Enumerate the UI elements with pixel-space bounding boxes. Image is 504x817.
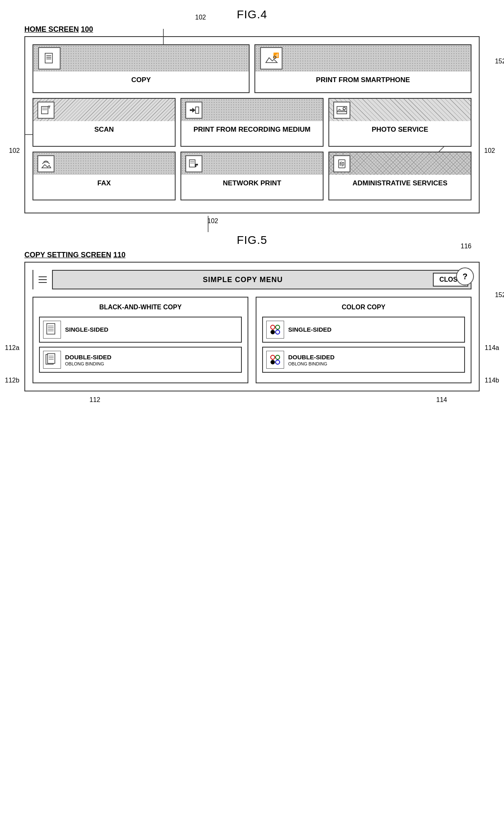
annotation-102-left: 102 [9,147,20,154]
color-copy-box: COLOR COPY SINGLE-SIDED [256,297,471,383]
bw-single-sided-icon [43,321,61,339]
fax-icon [40,158,52,169]
mid-tile-row: SCAN PRINT FROM [33,98,471,147]
annotation-114b: 114b [484,377,499,384]
annotation-116: 116 [461,243,471,250]
bw-single-sided[interactable]: SINGLE-SIDED [39,317,242,343]
menu-bar: SIMPLE COPY MENU CLOSE [33,270,471,289]
svg-marker-16 [190,108,196,113]
bw-single-label: SINGLE-SIDED [65,326,109,334]
tile-scan-label: SCAN [92,121,116,138]
tile-photo-service-label: PHOTO SERVICE [369,121,430,138]
bot-tile-row: FAX NETWORK PRIN [33,152,471,200]
svg-point-43 [271,330,275,334]
help-button[interactable]: ? [456,267,474,285]
copy-setting-box: ? SIMPLE COPY MENU CLOSE BLACK-AND-WHIT [24,262,480,391]
svg-rect-31 [47,324,55,334]
tile-copy[interactable]: COPY [33,44,250,93]
svg-point-41 [271,325,275,329]
bw-double-doc-icon [45,352,59,367]
annotation-102-bottom: 102 [207,217,218,225]
tile-print-recording-label: PRINT FROM RECORDING MEDIUM [191,121,313,138]
svg-point-48 [276,360,280,364]
bw-double-sublabel: OBLONG BINDING [65,361,111,366]
svg-rect-11 [41,106,48,114]
recording-medium-icon [188,104,200,116]
home-screen-box: COPY 📶 [24,36,480,213]
copy-options-row: BLACK-AND-WHITE COPY [33,297,471,383]
color-single-sided-icon [266,321,284,339]
top-tile-row: COPY 📶 [33,44,471,93]
color-copy-title: COLOR COPY [262,303,465,312]
fig4-title: FIG.4 [24,8,480,21]
fig5-title: FIG.5 [24,234,480,247]
annotation-112a: 112a [5,344,20,352]
svg-rect-4 [45,53,52,63]
scan-icon [40,104,52,116]
bw-double-sided[interactable]: DOUBLE-SIDED OBLONG BINDING [39,347,242,373]
tile-admin-label: ADMINISTRATIVE SERVICES [350,175,450,192]
tile-fax-label: FAX [95,175,113,192]
bw-doc-icon [45,322,59,337]
tile-print-recording[interactable]: PRINT FROM RECORDING MEDIUM [180,98,324,147]
menu-bar-icon [33,270,53,289]
tile-network-print-label: NETWORK PRINT [220,175,284,192]
tile-copy-label: COPY [129,72,153,89]
network-print-icon [188,158,200,169]
bw-copy-title: BLACK-AND-WHITE COPY [39,303,242,312]
annotation-152-154-fig5: 152, 154 [495,291,504,299]
bw-double-label: DOUBLE-SIDED [65,353,111,361]
svg-point-46 [276,355,280,359]
annotation-112: 112 [89,396,100,404]
color-double-dots-icon [268,352,282,367]
svg-point-47 [271,360,275,364]
color-single-label: SINGLE-SIDED [288,326,332,334]
svg-point-42 [276,325,280,329]
color-dots-icon [268,322,282,337]
svg-rect-17 [196,107,199,113]
annotation-102-right: 102 [484,147,495,154]
annotation-114: 114 [436,396,447,404]
svg-marker-21 [42,165,51,168]
color-single-sided[interactable]: SINGLE-SIDED [262,317,465,343]
color-double-sublabel: OBLONG BINDING [288,361,335,366]
annotation-114a: 114a [484,344,499,352]
menu-icon [37,274,48,285]
home-screen-label: HOME SCREEN 100 [24,25,480,34]
photo-service-icon [336,104,348,116]
color-double-sided[interactable]: DOUBLE-SIDED OBLONG BINDING [262,347,465,373]
svg-marker-25 [195,164,198,167]
svg-text:印: 印 [339,161,344,167]
tile-photo-service[interactable]: PHOTO SERVICE [328,98,471,147]
copy-setting-screen-label: COPY SETTING SCREEN 110 [24,251,480,259]
bw-double-sided-icon [43,351,61,369]
annotation-152-154: 152, 154 [495,58,504,65]
annotation-112b: 112b [5,377,20,384]
svg-point-45 [271,355,275,359]
tile-admin[interactable]: 印 ADMINISTRATIVE SERVICES [328,152,471,200]
wifi-mountain-icon: 📶 [264,51,279,66]
tile-network-print[interactable]: NETWORK PRINT [180,152,324,200]
svg-rect-22 [189,160,195,167]
menu-bar-title: SIMPLE COPY MENU [53,276,433,284]
tile-scan[interactable]: SCAN [33,98,176,147]
admin-icon: 印 [336,158,348,169]
svg-rect-37 [48,354,55,363]
tile-fax[interactable]: FAX [33,152,176,200]
annotation-102-top: 102 [195,14,206,21]
color-double-label: DOUBLE-SIDED [288,353,335,361]
tile-print-smartphone[interactable]: 📶 PRINT FROM SMARTPHONE [254,44,471,93]
doc-icon [43,52,56,65]
svg-point-44 [276,330,280,334]
color-double-sided-icon [266,351,284,369]
tile-print-smartphone-label: PRINT FROM SMARTPHONE [313,72,412,89]
bw-copy-box: BLACK-AND-WHITE COPY [33,297,248,383]
